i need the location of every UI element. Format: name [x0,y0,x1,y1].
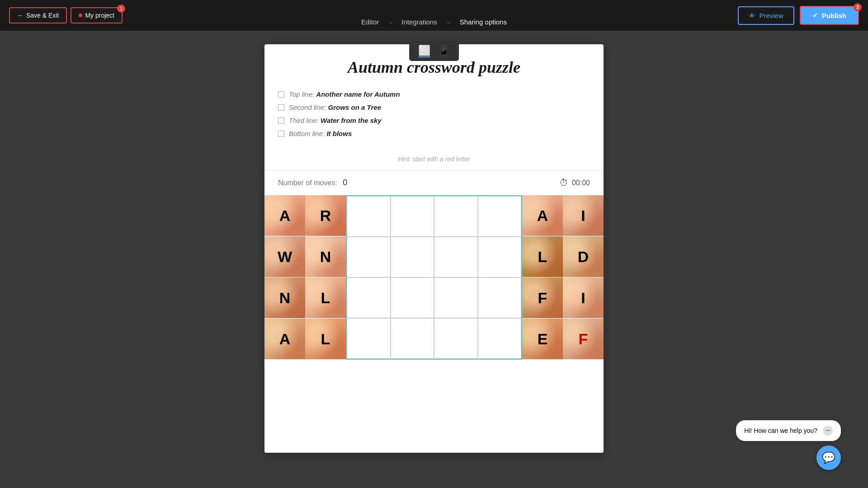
clue-text-4: Bottom line: It blows [289,130,352,137]
clue-label-1: Top line: [289,90,314,98]
tile-I1[interactable]: I [563,195,604,236]
tile-A2[interactable]: A [264,319,305,359]
minimize-icon: − [826,427,830,435]
tile-letter-N1: N [320,248,331,266]
tile-letter-D1: D [578,248,589,266]
tile-F2[interactable]: F [563,319,604,359]
cell-2-0[interactable] [347,277,391,318]
tile-L3[interactable]: L [522,236,563,277]
project-button[interactable]: My project 1 [71,7,123,23]
cell-0-3[interactable] [478,196,522,237]
clue-text-3: Third line: Water from the sky [289,117,382,124]
mobile-icon[interactable]: 📱 [438,45,450,57]
moves-label: Number of moves: [278,179,337,187]
timer-section: ⏱ 00:00 [559,178,590,188]
tile-letter-A3: A [537,207,548,225]
tile-L1[interactable]: L [305,277,346,318]
cell-2-2[interactable] [434,277,478,318]
nav-left: ← Save & Exit My project 1 [9,7,123,23]
tile-A1[interactable]: A [264,195,305,236]
preview-label: Preview [759,12,783,19]
cell-1-1[interactable] [391,237,434,277]
preview-button[interactable]: 👁 Preview [738,6,794,25]
tile-E1[interactable]: E [522,319,563,359]
cell-0-1[interactable] [391,196,434,237]
save-exit-label: Save & Exit [26,12,59,19]
cell-1-2[interactable] [434,237,478,277]
publish-badge: 2 [854,3,862,11]
messenger-icon: 💬 [822,451,835,464]
tile-letter-R1: R [320,207,331,225]
main-content: Autumn crossword puzzle Top line: Anothe… [0,31,868,466]
clue-answer-1: Another name for Autumn [316,90,400,98]
tile-W1[interactable]: W [264,236,305,277]
cell-3-0[interactable] [347,318,391,359]
moves-row: Number of moves: 0 ⏱ 00:00 [264,170,604,195]
desktop-icon[interactable]: ⬜ [418,45,430,57]
moves-count: 0 [343,178,347,187]
clue-checkbox-4[interactable] [278,131,284,137]
nav-steps: Editor → Integrations → Sharing options [358,0,510,41]
clue-answer-3: Water from the sky [321,117,382,124]
tile-letter-L1: L [321,289,330,307]
editor-step[interactable]: Editor [358,8,382,37]
clue-label-3: Third line: [289,117,319,124]
cell-0-0[interactable] [347,196,391,237]
clue-text-2: Second line: Grows on a Tree [289,103,381,111]
tile-letter-L3: L [538,248,547,266]
crossword-grid [346,195,522,360]
tile-letter-A1: A [279,207,291,225]
timer-icon: ⏱ [559,178,568,188]
tile-R1[interactable]: R [305,195,346,236]
tile-A3[interactable]: A [522,195,563,236]
tile-N1[interactable]: N [305,236,346,277]
nav-center: Editor → Integrations → Sharing options … [358,0,510,61]
cell-1-0[interactable] [347,237,391,277]
tile-letter-L2: L [321,330,330,348]
clue-text-1: Top line: Another name for Autumn [289,90,400,98]
hint-text: Hint: start with a red letter [264,152,604,170]
clue-checkbox-1[interactable] [278,91,284,98]
cell-3-3[interactable] [478,318,522,359]
moves-section: Number of moves: 0 [278,178,347,188]
right-tiles: A I L D F I E [522,195,604,360]
cell-3-1[interactable] [391,318,434,359]
timer-display: 00:00 [572,179,590,187]
chat-minimize-button[interactable]: − [823,426,833,436]
clue-item-4: Bottom line: It blows [278,130,590,137]
tile-F1[interactable]: F [522,277,563,318]
tile-letter-F1: F [538,289,547,307]
project-badge: 1 [117,5,125,13]
cell-3-2[interactable] [434,318,478,359]
cell-2-1[interactable] [391,277,434,318]
clue-item-2: Second line: Grows on a Tree [278,103,590,111]
grid-section: A R W N N L A [264,195,604,360]
tile-letter-I2: I [581,289,585,307]
left-tiles: A R W N N L A [264,195,346,360]
clue-checkbox-2[interactable] [278,104,284,111]
tile-L2[interactable]: L [305,319,346,359]
cell-2-3[interactable] [478,277,522,318]
arrow1-icon: → [387,19,393,26]
sharing-step[interactable]: Sharing options [456,8,510,37]
tile-N2[interactable]: N [264,277,305,318]
chat-fab-button[interactable]: 💬 [816,446,841,470]
project-dot-icon [79,14,82,17]
nav-right: 👁 Preview ✓ Publish 2 [738,6,859,25]
device-switcher: ⬜ 📱 [409,41,459,61]
clue-item-3: Third line: Water from the sky [278,117,590,124]
clue-checkbox-3[interactable] [278,117,284,124]
chat-widget: Hi! How can we help you? − 💬 [736,420,841,470]
publish-button[interactable]: ✓ Publish 2 [800,6,859,25]
save-exit-button[interactable]: ← Save & Exit [9,7,67,23]
chat-fab-container: 💬 [736,446,841,470]
arrow-left-icon: ← [17,12,24,19]
cell-1-3[interactable] [478,237,522,277]
cell-0-2[interactable] [434,196,478,237]
clue-label-4: Bottom line: [289,130,325,137]
chat-message: Hi! How can we help you? [744,427,817,434]
tile-I2[interactable]: I [563,277,604,318]
integrations-step[interactable]: Integrations [398,8,440,37]
tile-D1[interactable]: D [563,236,604,277]
tile-letter-I1: I [581,207,585,225]
